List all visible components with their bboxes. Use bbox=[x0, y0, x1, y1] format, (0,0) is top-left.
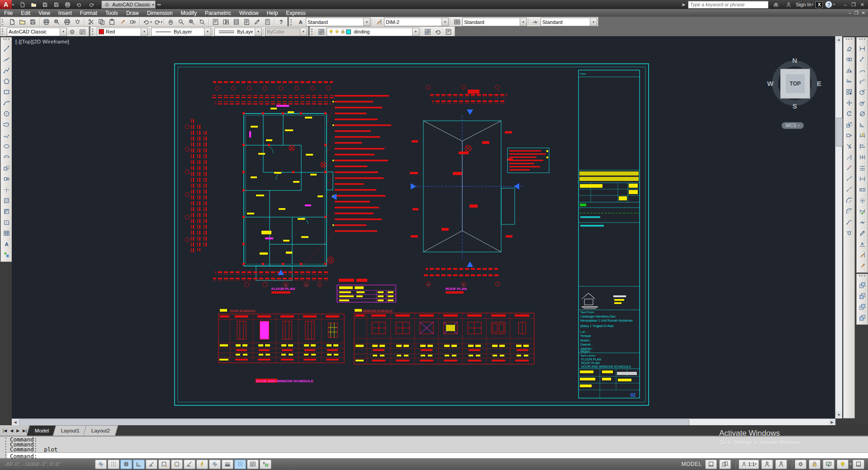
transparency-toggle[interactable] bbox=[234, 460, 246, 469]
object-snap-toggle[interactable] bbox=[158, 460, 170, 469]
workspace-caret-icon[interactable]: ▾ bbox=[152, 3, 154, 7]
break-icon[interactable] bbox=[844, 173, 854, 184]
toolbar-grip[interactable] bbox=[3, 38, 9, 42]
diameter-dimension-icon[interactable] bbox=[857, 108, 867, 119]
compass-south-label[interactable]: S bbox=[792, 102, 797, 110]
offset-icon[interactable] bbox=[844, 76, 854, 86]
help-toolbar-icon[interactable] bbox=[276, 18, 286, 27]
toolbar-grip[interactable] bbox=[859, 275, 865, 279]
extend-icon[interactable] bbox=[844, 152, 854, 162]
ellipse-icon[interactable] bbox=[1, 141, 11, 152]
tab-layout2[interactable]: Layout2 bbox=[83, 425, 118, 436]
designcenter-icon[interactable] bbox=[221, 18, 231, 27]
annotation-scale-button[interactable]: 1:1▾ bbox=[739, 460, 759, 469]
3d-object-snap-toggle[interactable] bbox=[171, 460, 183, 469]
minimize-button[interactable]: – bbox=[844, 2, 847, 7]
tool-palettes-icon[interactable] bbox=[231, 18, 242, 27]
toolbar-grip[interactable] bbox=[846, 38, 852, 42]
fillet-icon[interactable] bbox=[844, 206, 854, 217]
copy-clip-icon[interactable] bbox=[96, 18, 107, 27]
save-icon[interactable] bbox=[28, 18, 38, 27]
text-style-icon[interactable] bbox=[295, 18, 306, 27]
search-icon[interactable] bbox=[771, 0, 781, 9]
quick-dimension-icon[interactable] bbox=[857, 130, 867, 141]
mirror-icon[interactable] bbox=[844, 65, 854, 76]
copy-icon[interactable] bbox=[844, 54, 854, 65]
wcs-menu[interactable]: WCS▾ bbox=[782, 122, 804, 129]
line-icon[interactable] bbox=[1, 43, 11, 54]
multiline-text-icon[interactable] bbox=[1, 238, 11, 249]
linear-dimension-icon[interactable] bbox=[857, 43, 867, 54]
dimension-break-icon[interactable] bbox=[857, 173, 867, 184]
dimension-update-icon[interactable] bbox=[857, 249, 867, 260]
status-menu-caret-icon[interactable]: ▾ bbox=[849, 462, 851, 466]
vertical-scroll-thumb[interactable] bbox=[836, 118, 843, 147]
zoom-previous-icon[interactable] bbox=[197, 18, 207, 27]
table-style-icon[interactable] bbox=[452, 18, 462, 27]
polygon-icon[interactable] bbox=[1, 76, 11, 86]
polar-tracking-toggle[interactable] bbox=[146, 460, 157, 469]
stretch-icon[interactable] bbox=[844, 130, 854, 141]
scroll-up-icon[interactable]: ▲ bbox=[835, 36, 842, 43]
markup-set-manager-icon[interactable] bbox=[252, 18, 262, 27]
redo-caret-icon[interactable]: ▾ bbox=[96, 3, 98, 6]
toolbar-overflow-icon[interactable]: ▾▾ bbox=[157, 3, 161, 7]
sheet-set-manager-icon[interactable] bbox=[242, 18, 252, 27]
dimension-text-edit-icon[interactable] bbox=[857, 238, 867, 249]
3d-dwf-icon[interactable] bbox=[72, 18, 83, 27]
match-properties-icon[interactable] bbox=[117, 18, 128, 27]
ellipse-arc-icon[interactable] bbox=[1, 152, 11, 162]
plot-preview-icon[interactable] bbox=[52, 18, 62, 27]
point-icon[interactable] bbox=[1, 184, 11, 195]
block-editor-icon[interactable] bbox=[128, 18, 138, 27]
revision-cloud-icon[interactable] bbox=[1, 119, 11, 130]
zoom-window-icon[interactable] bbox=[186, 18, 197, 27]
layer-previous-icon[interactable] bbox=[433, 27, 443, 36]
jogged-dimension-icon[interactable] bbox=[857, 97, 867, 108]
horizontal-scrollbar[interactable]: ◀ ▶ bbox=[12, 418, 835, 426]
menu-modify[interactable]: Modify bbox=[177, 9, 201, 17]
publish-icon[interactable] bbox=[62, 18, 72, 27]
infer-constraints-toggle[interactable] bbox=[95, 460, 107, 469]
menu-file[interactable]: File bbox=[0, 9, 17, 17]
menu-draw[interactable]: Draw bbox=[122, 9, 143, 17]
workspace-switching-icon[interactable] bbox=[795, 460, 806, 469]
center-mark-icon[interactable] bbox=[857, 195, 867, 206]
menu-parametric[interactable]: Parametric bbox=[201, 9, 235, 17]
workspace-combo[interactable]: AutoCAD Classic ▾ bbox=[101, 0, 156, 9]
multileader-style-icon[interactable] bbox=[530, 18, 541, 27]
annotation-autoscale-icon[interactable] bbox=[775, 460, 787, 469]
erase-icon[interactable] bbox=[844, 43, 854, 54]
tolerance-icon[interactable] bbox=[857, 184, 867, 195]
infocenter-collapse-icon[interactable]: ▶ bbox=[683, 2, 686, 7]
paste-icon[interactable] bbox=[107, 18, 117, 27]
mdi-restore-button[interactable]: ❐ bbox=[854, 10, 859, 15]
scroll-left-icon[interactable]: ◀ bbox=[12, 419, 19, 425]
menu-help[interactable]: Help bbox=[263, 9, 282, 17]
polyline-icon[interactable] bbox=[1, 65, 11, 76]
workspaces-select[interactable]: AutoCAD Classic▾ bbox=[7, 28, 67, 36]
menu-tools[interactable]: Tools bbox=[101, 9, 122, 17]
hardware-acceleration-icon[interactable] bbox=[823, 460, 835, 469]
workspace-settings-icon[interactable] bbox=[67, 27, 77, 36]
layer-states-manager-icon[interactable] bbox=[443, 27, 454, 36]
circle-icon[interactable] bbox=[1, 108, 11, 119]
compass-east-label[interactable]: E bbox=[817, 80, 821, 87]
model-space-canvas[interactable]: [-][Top][2D Wireframe] .lncy{stroke:#17d… bbox=[12, 36, 835, 418]
command-window[interactable]: Command: Command: Command: _plot Command… bbox=[0, 436, 868, 459]
properties-palette-icon[interactable] bbox=[210, 18, 221, 27]
selection-cycling-toggle[interactable] bbox=[260, 460, 271, 469]
send-under-objects-icon[interactable] bbox=[857, 312, 867, 323]
blend-curves-icon[interactable] bbox=[844, 217, 854, 228]
bring-to-front-icon[interactable] bbox=[857, 280, 867, 290]
gradient-icon[interactable] bbox=[1, 206, 11, 217]
search-input[interactable] bbox=[688, 1, 768, 9]
viewcube-top-face[interactable]: TOP bbox=[780, 69, 810, 99]
clean-screen-button[interactable] bbox=[853, 460, 864, 469]
explode-icon[interactable] bbox=[844, 228, 854, 238]
add-selected-icon[interactable] bbox=[1, 249, 11, 260]
plot-button[interactable] bbox=[62, 0, 73, 9]
menu-edit[interactable]: Edit bbox=[17, 9, 34, 17]
quick-properties-toggle[interactable] bbox=[247, 460, 259, 469]
first-tab-button[interactable]: |◀ bbox=[2, 428, 8, 433]
